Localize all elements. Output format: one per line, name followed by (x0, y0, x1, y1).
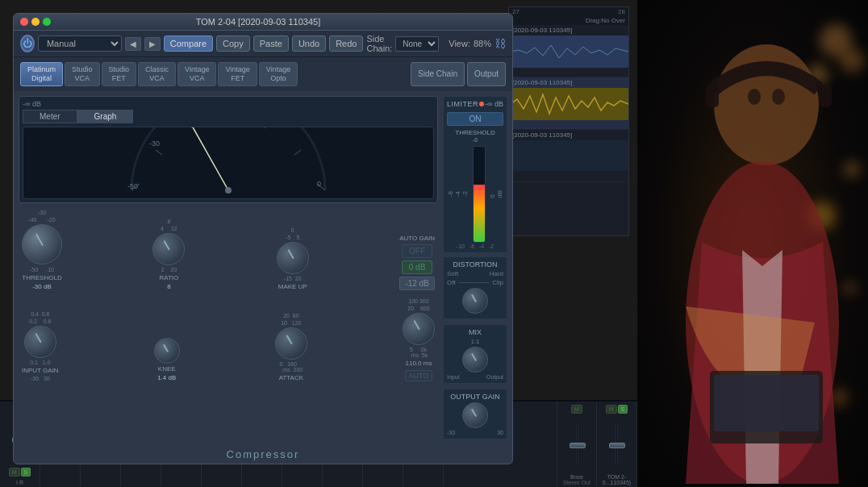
limiter-vu-fill (474, 185, 485, 242)
knob-row-2: 0.4 0.6 0.2 0.8 0.1 1.0 INPUT GAIN -30 3… (19, 298, 438, 381)
bnce-m-btn[interactable]: M (571, 405, 582, 414)
ratio-group: 8 412 2 20 RATIO 8 (152, 219, 186, 290)
copy-button[interactable]: Copy (216, 35, 250, 52)
auto-gain-12-btn[interactable]: -12 dB (399, 277, 434, 290)
plugin-main: -∞ dB Meter Graph (14, 91, 512, 444)
vu-arc-svg: -50 -30 -20 -10 -5 0 (115, 127, 341, 198)
track-numbers-row: 27 28 (509, 7, 628, 16)
limiter-meter-container: -8-4-2 0dB (447, 146, 503, 243)
distortion-label: DISTORTION (447, 260, 503, 268)
graph-tab[interactable]: Graph (77, 110, 134, 123)
track-1-label: [2020-09-03 110345] (512, 27, 572, 34)
window-minimize-btn[interactable] (31, 18, 40, 26)
ch1-ms-row: M S (9, 468, 31, 477)
release-label: 110.0 ms (406, 360, 432, 367)
knob-row-1: -30 -40-20 -50 -10 THRESHOLD -30 dB 8 41… (19, 210, 438, 290)
svg-rect-25 (714, 375, 819, 431)
next-button[interactable]: ▶ (144, 37, 161, 51)
output-gain-knob[interactable] (462, 402, 488, 428)
dist-knob-container (447, 288, 503, 314)
track-row-3: [2020-09-03 110345] (509, 130, 628, 182)
ratio-knob[interactable] (152, 233, 185, 265)
view-label: View: (449, 39, 470, 48)
auto-gain-section: AUTO GAIN OFF 0 dB -12 dB (399, 235, 435, 290)
auto-gain-0-btn[interactable]: 0 dB (402, 260, 433, 274)
attack-knob[interactable] (275, 327, 307, 360)
makeup-knob[interactable] (277, 242, 309, 274)
limiter-on-btn[interactable]: ON (447, 112, 503, 126)
prev-button[interactable]: ◀ (125, 37, 141, 51)
knee-label: KNEE (158, 365, 176, 373)
output-gain-knob-container (447, 402, 503, 428)
track-num-27: 27 (512, 8, 520, 15)
mixer-ch-bnce: M Bnce Stereo Out (557, 402, 597, 487)
compressor-left: -∞ dB Meter Graph (19, 96, 438, 439)
bnce-name: Bnce (570, 474, 583, 480)
window-maximize-btn[interactable] (43, 18, 51, 26)
type-classic-vca[interactable]: ClassicVCA (138, 62, 176, 86)
attack-group: 20 80 10 120 0 160 ms 200 ATTACK (275, 313, 307, 381)
sidechain-select[interactable]: None (395, 36, 439, 52)
meter-display: -∞ dB Meter Graph (19, 96, 438, 203)
input-gain-knob[interactable] (24, 326, 56, 358)
limiter-threshold-label: THRESHOLD (447, 129, 503, 136)
knee-knob[interactable] (154, 338, 180, 364)
makeup-group: 0 -55 -15 20 MAKE UP (276, 227, 310, 290)
window-close-btn[interactable] (20, 18, 28, 26)
limiter-label: LIMITER (447, 100, 478, 108)
track-row-2: [2020-09-03 110345] (509, 77, 628, 130)
compare-button[interactable]: Compare (164, 35, 213, 52)
tom-s-btn[interactable]: S (618, 405, 628, 414)
type-vintage-fet[interactable]: VintageFET (218, 62, 257, 86)
track-3-label: [2020-09-03 110345] (512, 131, 572, 139)
distortion-knob[interactable] (462, 288, 488, 314)
bnce-fader-handle[interactable] (570, 443, 586, 448)
type-vintage-vca[interactable]: VintageVCA (177, 62, 216, 86)
limiter-section: LIMITER -∞ dB ON THRESHOLD -6 -8-4-2 0dB (443, 96, 507, 253)
power-button[interactable]: ⏻ (20, 35, 35, 52)
undo-button[interactable]: Undo (292, 35, 326, 52)
type-studio-vca[interactable]: StudioVCA (65, 62, 100, 86)
svg-rect-19 (706, 85, 719, 107)
dist-clip-label: Clip (492, 279, 503, 286)
limiter-dot (479, 102, 484, 106)
mix-output-label: Output (486, 374, 503, 380)
soft-hard: Soft Hard (447, 270, 503, 277)
threshold-knob[interactable] (22, 224, 62, 264)
auto-gain-off-btn[interactable]: OFF (402, 244, 432, 258)
mix-knob[interactable] (462, 347, 488, 373)
tom-fader-handle[interactable] (609, 443, 625, 448)
ch1-m-btn[interactable]: M (9, 468, 20, 477)
bnce-fader-container (576, 415, 578, 472)
type-platinum-digital[interactable]: PlatinumDigital (20, 62, 63, 86)
ratio-value: 8 (167, 283, 170, 290)
meter-tab[interactable]: Meter (23, 110, 77, 123)
mix-input-label: Input (447, 374, 460, 380)
mix-section: MIX 1:1 Input Output (443, 324, 507, 384)
svg-line-2 (188, 127, 192, 128)
threshold-section: THRESHOLD -6 (447, 129, 503, 144)
limiter-db-scale: -10 -6 -4 -2 (447, 244, 503, 249)
ch1-s-btn[interactable]: S (21, 468, 31, 477)
svg-rect-15 (511, 35, 628, 68)
output-btn[interactable]: Output (467, 62, 506, 86)
svg-text:-30: -30 (149, 139, 160, 148)
auto-btn[interactable]: AUTO (405, 370, 433, 381)
type-studio-fet[interactable]: StudioFET (102, 62, 137, 86)
chain-icon[interactable]: ⛓ (495, 37, 506, 50)
type-vintage-opto[interactable]: VintageOpto (259, 62, 298, 86)
release-knob[interactable] (403, 313, 435, 345)
redo-button[interactable]: Redo (329, 35, 363, 52)
track-1-waveform (511, 35, 628, 68)
svg-line-13 (192, 127, 228, 190)
knee-value: 1.4 dB (157, 374, 176, 381)
plugin-types: PlatinumDigital StudioVCA StudioFET Clas… (14, 57, 512, 91)
preset-dropdown[interactable]: Manual (38, 35, 122, 52)
sidechain-btn[interactable]: Side Chain (411, 62, 465, 86)
person-silhouette (637, 0, 868, 487)
tom-name: TOM 2-0...110345) (599, 474, 635, 485)
threshold-group: -30 -40-20 -50 -10 THRESHOLD -30 dB (22, 210, 62, 290)
tom-m-btn[interactable]: M (606, 405, 617, 414)
paste-button[interactable]: Paste (253, 35, 289, 52)
release-group: 100 300 20 600 5 2k ms 5k 110.0 ms AUTO (403, 298, 435, 381)
